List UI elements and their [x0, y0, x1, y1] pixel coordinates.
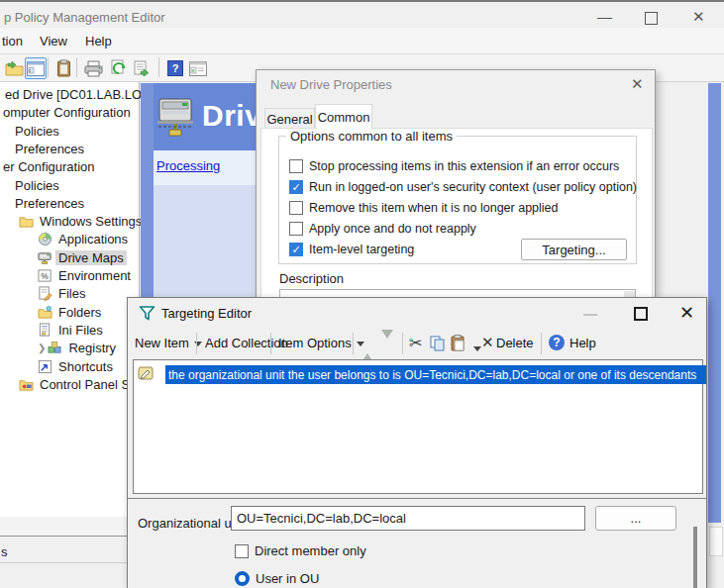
- help-icon[interactable]: ?: [549, 335, 565, 350]
- tab-common[interactable]: Common: [315, 104, 372, 129]
- tree-item-preferences[interactable]: Preferences: [12, 194, 87, 212]
- menu-action[interactable]: tion: [2, 34, 23, 49]
- tree-item-files[interactable]: Files: [38, 284, 88, 302]
- tree-item-ed-drive-dc01-lab-loca[interactable]: ed Drive [DC01.LAB.LOCA: [2, 85, 162, 103]
- printer-icon[interactable]: [82, 57, 104, 79]
- copy-icon[interactable]: [430, 336, 446, 351]
- tree-item-policies[interactable]: Policies: [12, 176, 62, 194]
- tree-item-label: er Configuration: [0, 159, 98, 174]
- tree-item-label: Environment: [55, 268, 134, 283]
- minimize-button[interactable]: —: [597, 8, 612, 25]
- move-up-icon[interactable]: [362, 339, 373, 353]
- help-button[interactable]: Help: [569, 336, 596, 350]
- tree-item-er-configuration[interactable]: er Configuration: [0, 157, 98, 175]
- menu-view[interactable]: View: [40, 34, 67, 49]
- option-row[interactable]: ✓Run in logged-on user's security contex…: [289, 179, 637, 195]
- direct-member-only-row[interactable]: Direct member only: [235, 543, 366, 558]
- toolbar-separator: [48, 57, 49, 77]
- user-in-ou-radio[interactable]: [235, 571, 250, 586]
- tree-item-shortcuts[interactable]: Shortcuts: [38, 357, 116, 375]
- tree-item-preferences[interactable]: Preferences: [12, 140, 87, 157]
- direct-member-checkbox[interactable]: [235, 544, 249, 558]
- tree-item-drive-maps[interactable]: Drive Maps: [38, 248, 127, 266]
- expand-chevron-icon[interactable]: ❯: [38, 343, 46, 353]
- tree-item-environment[interactable]: %Environment: [38, 266, 134, 284]
- tree-item-label: Ini Files: [55, 323, 106, 338]
- tree-item-omputer-configuration[interactable]: omputer Configuration: [0, 103, 134, 121]
- toolbar-separator: [402, 333, 403, 354]
- checkbox-checked[interactable]: ✓: [289, 243, 303, 256]
- option-label: Item-level targeting: [309, 243, 414, 256]
- option-label: Run in logged-on user's security context…: [309, 180, 637, 194]
- tree-item-windows-settings[interactable]: Windows Settings: [19, 212, 145, 230]
- pane-left-strip: [141, 83, 154, 297]
- tree-item-policies[interactable]: Policies: [12, 122, 62, 140]
- option-row[interactable]: Apply once and do not reapply: [289, 221, 476, 237]
- user-in-ou-row[interactable]: User in OU: [235, 571, 319, 586]
- option-row[interactable]: Stop processing items in this extension …: [289, 158, 619, 174]
- item-options-button[interactable]: Item Options: [278, 336, 364, 350]
- tree-item-label: omputer Configuration: [0, 105, 134, 120]
- console-window-icon[interactable]: [25, 57, 47, 79]
- tree-item-applications[interactable]: Applications: [38, 230, 131, 247]
- window-scrollbar[interactable]: [709, 527, 723, 556]
- browse-button[interactable]: ...: [595, 506, 676, 531]
- export-list-icon[interactable]: [132, 57, 154, 79]
- menu-help[interactable]: Help: [85, 34, 112, 49]
- processing-link[interactable]: Processing: [156, 158, 220, 173]
- checkbox[interactable]: [289, 201, 303, 215]
- menu-bar: tion View Help: [0, 28, 724, 54]
- panel-scrollbar-thumb[interactable]: [693, 527, 697, 588]
- clipboard-icon[interactable]: [52, 57, 74, 79]
- new-item-button[interactable]: New Item: [135, 336, 202, 350]
- option-label: Remove this item when it is no longer ap…: [309, 201, 559, 215]
- folder-icon: [19, 214, 34, 229]
- window-top-border: [0, 0, 724, 2]
- registry-icon: [48, 341, 62, 355]
- checkbox[interactable]: [289, 222, 303, 236]
- tree-item-label: Policies: [12, 178, 62, 193]
- delete-icon[interactable]: ✕: [481, 334, 494, 351]
- add-collection-button[interactable]: Add Collection: [205, 336, 288, 350]
- folder-new-icon: [38, 305, 52, 320]
- tree-item-label: Shortcuts: [55, 359, 116, 374]
- paste-dropdown[interactable]: [468, 341, 481, 355]
- close-icon[interactable]: ✕: [679, 302, 694, 324]
- close-button[interactable]: ✕: [692, 8, 705, 26]
- console-tree-icon[interactable]: [187, 57, 209, 79]
- maximize-button[interactable]: [645, 12, 658, 25]
- help-icon[interactable]: ?: [164, 57, 186, 79]
- targeting-editor-dialog: Targeting Editor ✕ New Item Add Collecti…: [127, 297, 707, 588]
- new-drive-properties-dialog: New Drive Properties ✕ General Common Op…: [256, 69, 656, 299]
- back-folder-icon[interactable]: [3, 57, 25, 79]
- option-row[interactable]: ✓Item-level targeting: [289, 242, 414, 257]
- dialog-title: New Drive Properties: [270, 77, 392, 92]
- selected-targeting-item[interactable]: the organizational unit the user belongs…: [165, 365, 706, 384]
- minimize-button[interactable]: [583, 314, 597, 316]
- move-down-icon[interactable]: [381, 339, 393, 353]
- targeting-items-list[interactable]: the organizational unit the user belongs…: [133, 359, 703, 494]
- maximize-button[interactable]: [634, 307, 648, 321]
- checkbox[interactable]: [289, 159, 303, 173]
- close-icon[interactable]: ✕: [631, 75, 644, 93]
- paste-icon[interactable]: [451, 335, 465, 351]
- refresh-icon[interactable]: [108, 57, 130, 79]
- checkbox-checked[interactable]: ✓: [289, 180, 303, 194]
- svg-text:%: %: [41, 270, 49, 280]
- console-tree-pane: ed Drive [DC01.LAB.LOCAomputer Configura…: [0, 82, 140, 588]
- targeting-button[interactable]: Targeting...: [521, 239, 627, 260]
- list-item[interactable]: the organizational unit the user belongs…: [138, 363, 155, 382]
- tree-item-label: ed Drive [DC01.LAB.LOCA: [2, 87, 162, 102]
- delete-button[interactable]: Delete: [496, 336, 534, 350]
- tree-item-registry[interactable]: ❯Registry: [38, 339, 119, 356]
- organizational-unit-input[interactable]: OU=Tecnici,DC=lab,DC=local: [231, 506, 585, 531]
- tab-general[interactable]: General: [264, 108, 315, 129]
- direct-member-label: Direct member only: [255, 543, 366, 558]
- cut-icon[interactable]: ✂: [409, 334, 422, 352]
- tree-horizontal-scrollbar[interactable]: [0, 517, 127, 536]
- option-row[interactable]: Remove this item when it is no longer ap…: [289, 200, 559, 216]
- percent-icon: %: [38, 268, 52, 283]
- tree-item-ini-files[interactable]: Ini Files: [38, 321, 106, 339]
- truncated-status-text: s: [1, 544, 8, 559]
- tree-item-folders[interactable]: Folders: [38, 303, 104, 321]
